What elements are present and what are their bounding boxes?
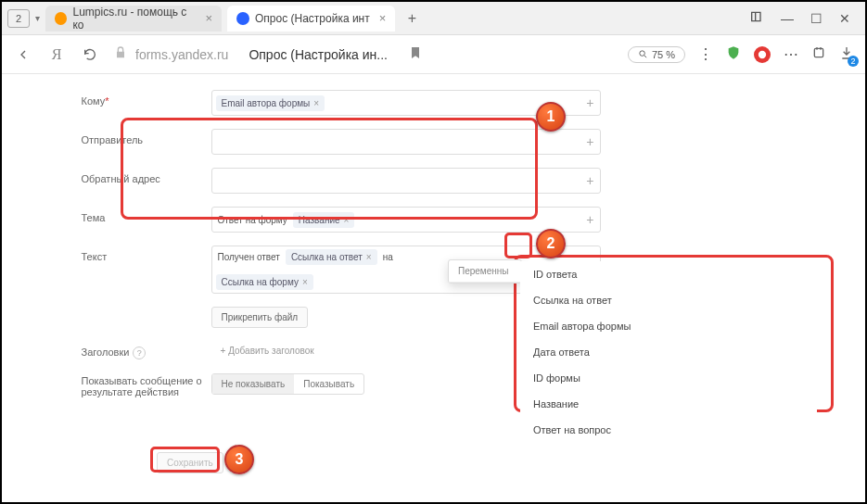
book-icon[interactable] [749, 9, 764, 27]
add-variable-icon[interactable]: + [586, 212, 593, 227]
shield-icon[interactable] [726, 45, 741, 64]
address-bar: Я forms.yandex.ru Опрос (Настройка ин...… [2, 35, 865, 74]
minimize-icon[interactable]: — [781, 11, 794, 26]
maximize-icon[interactable]: ☐ [810, 11, 822, 26]
page-title: Опрос (Настройка ин... [249, 47, 388, 62]
chip-form-link[interactable]: Ссылка на форму× [216, 274, 313, 290]
menu-item[interactable]: Ссылка на ответ [520, 287, 817, 313]
variable-menu: ID ответа Ссылка на ответ Email автора ф… [520, 261, 817, 443]
toggle-hide[interactable]: Не показывать [212, 374, 295, 394]
label-reply: Обратный адрес [82, 168, 211, 184]
chip-email-author[interactable]: Email автора формы× [216, 95, 325, 111]
favicon-yandex [236, 12, 249, 25]
zoom-indicator[interactable]: 75 % [628, 46, 685, 63]
tab-label: Опрос (Настройка инт [255, 12, 370, 25]
dropdown-title: Переменны [449, 260, 521, 283]
text-mid: на [381, 249, 395, 265]
chip-remove-icon[interactable]: × [313, 98, 319, 108]
back-icon[interactable] [13, 44, 33, 65]
bookmark-icon[interactable] [408, 45, 423, 64]
tab-chevron-icon[interactable]: ▾ [35, 13, 40, 23]
marker-2: 2 [536, 229, 566, 258]
tab-lumpics[interactable]: Lumpics.ru - помощь с ко × [45, 6, 222, 32]
field-subject[interactable]: Ответ на форму Название× + [211, 207, 601, 233]
label-headers: Заголовки [82, 346, 130, 358]
label-to: Кому [82, 95, 106, 107]
row-from: Отправитель + [82, 122, 786, 161]
tab-counter[interactable]: 2 [7, 9, 30, 28]
text-prefix: Получен ответ [216, 249, 282, 265]
favicon-lumpics [55, 12, 67, 25]
url-box[interactable]: forms.yandex.ru [113, 45, 228, 63]
chip-remove-icon[interactable]: × [344, 215, 350, 225]
menu-item[interactable]: Ответ на вопрос [520, 417, 817, 443]
label-subject: Тема [82, 207, 211, 223]
add-header-button[interactable]: + Добавить заголовок [211, 341, 324, 360]
field-reply[interactable]: + [211, 168, 601, 194]
save-button[interactable]: Сохранить [157, 452, 223, 473]
reload-icon[interactable] [80, 44, 100, 65]
add-variable-icon[interactable]: + [586, 173, 593, 188]
tab-bar: 2 ▾ Lumpics.ru - помощь с ко × Опрос (На… [2, 2, 865, 35]
show-result-toggle[interactable]: Не показывать Показывать [211, 373, 365, 395]
extensions-icon[interactable] [811, 45, 826, 64]
variable-dropdown-header: Переменны [448, 259, 522, 284]
field-from[interactable]: + [211, 129, 601, 155]
row-subject: Тема Ответ на форму Название× + [82, 200, 786, 239]
new-tab-button[interactable]: + [401, 7, 423, 30]
attach-file-button[interactable]: Прикрепить файл [211, 307, 309, 328]
marker-3: 3 [224, 445, 254, 474]
more-icon[interactable]: ⋯ [784, 45, 798, 63]
url-host: forms.yandex.ru [135, 47, 228, 62]
chip-answer-link[interactable]: Ссылка на ответ× [286, 249, 377, 265]
close-window-icon[interactable]: ✕ [839, 11, 850, 26]
svg-rect-1 [814, 48, 822, 57]
label-show-result: Показывать сообщение о результате действ… [82, 373, 211, 397]
subject-prefix: Ответ на форму [216, 212, 289, 228]
required-mark: * [105, 95, 108, 107]
add-variable-icon[interactable]: + [586, 95, 593, 110]
menu-item[interactable]: ID формы [520, 365, 817, 391]
menu-icon[interactable]: ⋮ [698, 45, 713, 63]
row-to: Кому* Email автора формы× + [82, 83, 786, 122]
menu-item[interactable]: Email автора формы [520, 313, 817, 339]
tab-opros[interactable]: Опрос (Настройка инт × [227, 6, 395, 32]
add-variable-icon[interactable]: + [586, 134, 593, 149]
adblock-icon[interactable] [754, 46, 771, 63]
chip-title[interactable]: Название× [293, 212, 355, 228]
menu-item[interactable]: Название [520, 391, 817, 417]
lock-icon [113, 45, 128, 63]
chip-remove-icon[interactable]: × [302, 277, 308, 287]
tab-label: Lumpics.ru - помощь с ко [72, 6, 196, 32]
menu-item[interactable]: Дата ответа [520, 339, 817, 365]
menu-item[interactable]: ID ответа [520, 261, 817, 287]
yandex-icon[interactable]: Я [46, 44, 67, 65]
marker-1: 1 [536, 102, 566, 132]
label-text: Текст [82, 246, 211, 262]
close-icon[interactable]: × [205, 11, 212, 25]
row-reply: Обратный адрес + [82, 161, 786, 200]
chip-remove-icon[interactable]: × [366, 252, 372, 262]
downloads-icon[interactable] [839, 45, 854, 64]
toggle-show[interactable]: Показывать [294, 374, 363, 394]
svg-point-0 [640, 51, 645, 57]
help-icon[interactable]: ? [133, 346, 146, 359]
label-from: Отправитель [82, 129, 211, 145]
close-icon[interactable]: × [379, 11, 387, 25]
